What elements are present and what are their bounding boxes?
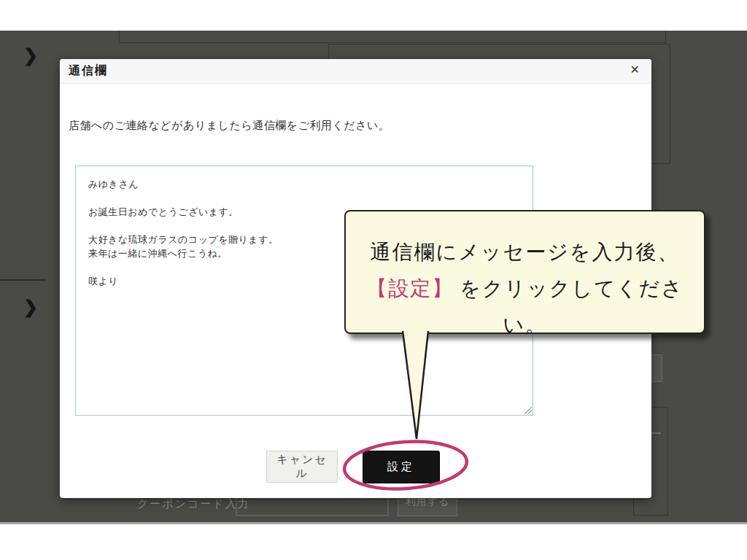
callout-line2-rest: をクリックしてください。	[460, 277, 684, 336]
dialog-description: 店舗へのご連絡などがありましたら通信欄をご利用ください。	[69, 119, 390, 133]
callout-pointer	[398, 328, 436, 443]
close-icon[interactable]: ✕	[626, 61, 644, 79]
page: ❯ ❯ クーポンコード入力 利用する 通信欄 ✕ 店舗へのご連絡などがありました…	[0, 0, 747, 560]
submit-button[interactable]: 設定	[363, 451, 440, 483]
dialog-header: 通信欄	[60, 59, 651, 84]
chevron-right-icon[interactable]: ❯	[23, 47, 38, 64]
section-divider	[0, 279, 45, 281]
dimmed-section-box	[119, 31, 666, 43]
cancel-button[interactable]: キャンセル	[266, 451, 338, 483]
callout-highlight: 【設定】	[366, 277, 454, 300]
chevron-right-icon[interactable]: ❯	[23, 298, 38, 316]
callout-line1: 通信欄にメッセージを入力後、	[346, 234, 704, 271]
dialog-title: 通信欄	[69, 63, 108, 79]
instruction-callout: 通信欄にメッセージを入力後、 【設定】をクリックしてください。	[344, 210, 705, 334]
coupon-code-label: クーポンコード入力	[137, 497, 250, 511]
